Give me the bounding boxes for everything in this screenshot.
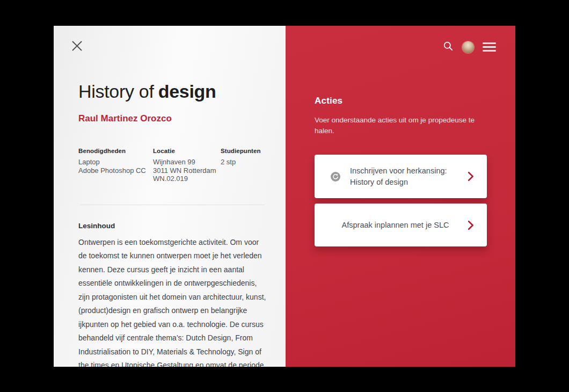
meta-value: 2 stp: [221, 158, 266, 166]
meta-value: Laptop: [78, 158, 153, 166]
close-button[interactable]: [70, 40, 83, 53]
search-icon: [443, 41, 454, 53]
meta-label: Benodigdheden: [78, 148, 153, 154]
meta-value: 3011 WN Rotterdam: [153, 166, 221, 175]
action-card-label: Afspraak inplannen met je SLC: [331, 220, 463, 231]
page-title: History ofdesign: [78, 82, 266, 101]
action-cards: Inschrijven voor herkansing: History of …: [315, 155, 487, 246]
actions-panel: Acties Voer onderstaande acties uit om j…: [286, 26, 515, 367]
action-card-label: Inschrijven voor herkansing: History of …: [350, 165, 463, 188]
actions-heading: Acties: [315, 96, 487, 106]
letterbox-stage: History ofdesign Raul Martinez Orozco Be…: [0, 0, 569, 392]
meta-label: Studiepunten: [221, 148, 266, 154]
meta-label: Locatie: [153, 148, 221, 154]
menu-icon: [483, 42, 496, 52]
course-detail-panel: History ofdesign Raul Martinez Orozco Be…: [54, 26, 286, 367]
lesson-content-text: Ontwerpen is een toekomstgerichte activi…: [78, 236, 266, 367]
content-frame: History ofdesign Raul Martinez Orozco Be…: [54, 26, 515, 367]
meta-value: WN.02.019: [153, 175, 221, 183]
chevron-right-icon: [468, 171, 474, 182]
meta-benodigdheden: Benodigdheden Laptop Adobe Photoshop CC: [78, 148, 153, 183]
search-button[interactable]: [443, 41, 454, 53]
action-card-herkansing[interactable]: Inschrijven voor herkansing: History of …: [315, 155, 487, 198]
actions-description: Voer onderstaande acties uit om je prope…: [315, 115, 482, 136]
action-card-afspraak[interactable]: Afspraak inplannen met je SLC: [315, 204, 487, 246]
meta-studiepunten: Studiepunten 2 stp: [221, 148, 266, 183]
course-meta: Benodigdheden Laptop Adobe Photoshop CC …: [78, 148, 266, 183]
actions-content: Acties Voer onderstaande acties uit om j…: [315, 96, 487, 246]
retry-icon: [331, 172, 340, 182]
profile-button[interactable]: [462, 41, 474, 53]
meta-locatie: Locatie Wijnhaven 99 3011 WN Rotterdam W…: [153, 148, 221, 183]
avatar: [462, 41, 474, 53]
course-content: History ofdesign Raul Martinez Orozco Be…: [78, 82, 266, 367]
chevron-right-icon: [468, 220, 474, 230]
course-author: Raul Martinez Orozco: [78, 113, 266, 124]
topbar: [443, 41, 496, 53]
close-icon: [71, 45, 83, 53]
meta-value: Wijnhaven 99: [153, 158, 221, 166]
divider: [80, 205, 265, 205]
meta-value: Adobe Photoshop CC: [78, 166, 153, 175]
lesson-content-heading: Lesinhoud: [78, 222, 266, 230]
menu-button[interactable]: [483, 42, 496, 52]
